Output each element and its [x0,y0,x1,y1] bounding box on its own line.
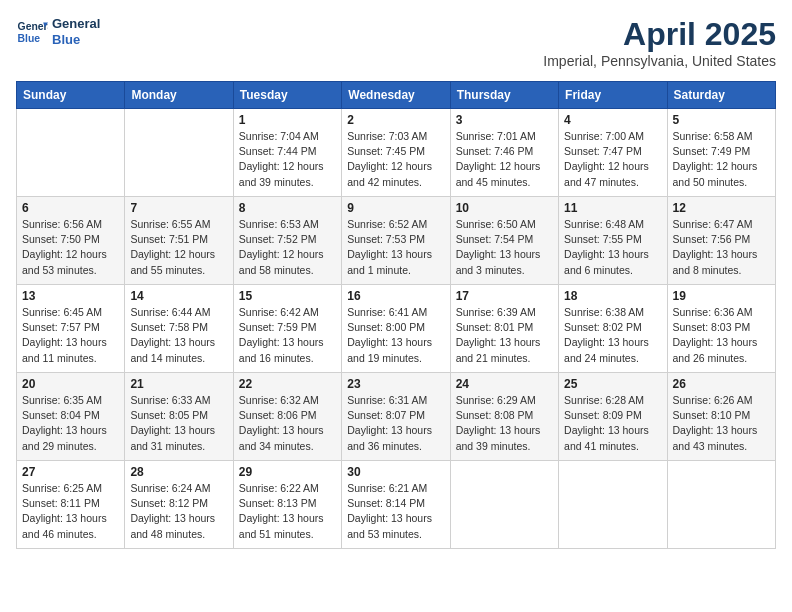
location: Imperial, Pennsylvania, United States [543,53,776,69]
calendar-cell: 28Sunrise: 6:24 AMSunset: 8:12 PMDayligh… [125,461,233,549]
day-number: 20 [22,377,119,391]
logo: General Blue General Blue [16,16,100,48]
logo-icon: General Blue [16,16,48,48]
day-number: 26 [673,377,770,391]
calendar-cell [450,461,558,549]
day-number: 30 [347,465,444,479]
day-number: 1 [239,113,336,127]
calendar-cell: 16Sunrise: 6:41 AMSunset: 8:00 PMDayligh… [342,285,450,373]
calendar-cell: 13Sunrise: 6:45 AMSunset: 7:57 PMDayligh… [17,285,125,373]
calendar-cell: 26Sunrise: 6:26 AMSunset: 8:10 PMDayligh… [667,373,775,461]
day-info: Sunrise: 6:22 AMSunset: 8:13 PMDaylight:… [239,481,336,542]
calendar-cell: 18Sunrise: 6:38 AMSunset: 8:02 PMDayligh… [559,285,667,373]
day-number: 15 [239,289,336,303]
weekday-header-saturday: Saturday [667,82,775,109]
calendar-cell: 24Sunrise: 6:29 AMSunset: 8:08 PMDayligh… [450,373,558,461]
day-info: Sunrise: 6:55 AMSunset: 7:51 PMDaylight:… [130,217,227,278]
calendar-cell: 20Sunrise: 6:35 AMSunset: 8:04 PMDayligh… [17,373,125,461]
day-info: Sunrise: 7:04 AMSunset: 7:44 PMDaylight:… [239,129,336,190]
day-number: 24 [456,377,553,391]
day-info: Sunrise: 6:48 AMSunset: 7:55 PMDaylight:… [564,217,661,278]
week-row-4: 20Sunrise: 6:35 AMSunset: 8:04 PMDayligh… [17,373,776,461]
day-number: 12 [673,201,770,215]
day-number: 14 [130,289,227,303]
day-info: Sunrise: 6:41 AMSunset: 8:00 PMDaylight:… [347,305,444,366]
calendar-cell: 25Sunrise: 6:28 AMSunset: 8:09 PMDayligh… [559,373,667,461]
svg-text:Blue: Blue [18,33,41,44]
day-number: 23 [347,377,444,391]
day-info: Sunrise: 6:21 AMSunset: 8:14 PMDaylight:… [347,481,444,542]
logo-general: General [52,16,100,32]
calendar-cell [17,109,125,197]
day-info: Sunrise: 6:36 AMSunset: 8:03 PMDaylight:… [673,305,770,366]
weekday-header-thursday: Thursday [450,82,558,109]
calendar-cell: 6Sunrise: 6:56 AMSunset: 7:50 PMDaylight… [17,197,125,285]
day-info: Sunrise: 7:00 AMSunset: 7:47 PMDaylight:… [564,129,661,190]
day-info: Sunrise: 7:03 AMSunset: 7:45 PMDaylight:… [347,129,444,190]
day-info: Sunrise: 6:56 AMSunset: 7:50 PMDaylight:… [22,217,119,278]
day-info: Sunrise: 6:24 AMSunset: 8:12 PMDaylight:… [130,481,227,542]
day-number: 8 [239,201,336,215]
week-row-5: 27Sunrise: 6:25 AMSunset: 8:11 PMDayligh… [17,461,776,549]
week-row-2: 6Sunrise: 6:56 AMSunset: 7:50 PMDaylight… [17,197,776,285]
day-info: Sunrise: 6:35 AMSunset: 8:04 PMDaylight:… [22,393,119,454]
day-info: Sunrise: 6:53 AMSunset: 7:52 PMDaylight:… [239,217,336,278]
day-number: 27 [22,465,119,479]
calendar-cell: 21Sunrise: 6:33 AMSunset: 8:05 PMDayligh… [125,373,233,461]
calendar-table: SundayMondayTuesdayWednesdayThursdayFrid… [16,81,776,549]
page-header: General Blue General Blue April 2025 Imp… [16,16,776,69]
day-number: 17 [456,289,553,303]
day-number: 29 [239,465,336,479]
month-year: April 2025 [543,16,776,53]
day-number: 10 [456,201,553,215]
day-number: 3 [456,113,553,127]
calendar-cell: 10Sunrise: 6:50 AMSunset: 7:54 PMDayligh… [450,197,558,285]
calendar-cell: 1Sunrise: 7:04 AMSunset: 7:44 PMDaylight… [233,109,341,197]
calendar-cell: 14Sunrise: 6:44 AMSunset: 7:58 PMDayligh… [125,285,233,373]
calendar-cell: 17Sunrise: 6:39 AMSunset: 8:01 PMDayligh… [450,285,558,373]
weekday-header-friday: Friday [559,82,667,109]
day-number: 18 [564,289,661,303]
weekday-header-sunday: Sunday [17,82,125,109]
calendar-cell: 27Sunrise: 6:25 AMSunset: 8:11 PMDayligh… [17,461,125,549]
calendar-cell [559,461,667,549]
day-info: Sunrise: 6:47 AMSunset: 7:56 PMDaylight:… [673,217,770,278]
calendar-cell: 7Sunrise: 6:55 AMSunset: 7:51 PMDaylight… [125,197,233,285]
calendar-cell: 29Sunrise: 6:22 AMSunset: 8:13 PMDayligh… [233,461,341,549]
day-info: Sunrise: 6:29 AMSunset: 8:08 PMDaylight:… [456,393,553,454]
day-info: Sunrise: 6:45 AMSunset: 7:57 PMDaylight:… [22,305,119,366]
day-info: Sunrise: 6:28 AMSunset: 8:09 PMDaylight:… [564,393,661,454]
day-number: 28 [130,465,227,479]
calendar-cell: 2Sunrise: 7:03 AMSunset: 7:45 PMDaylight… [342,109,450,197]
calendar-cell: 22Sunrise: 6:32 AMSunset: 8:06 PMDayligh… [233,373,341,461]
week-row-1: 1Sunrise: 7:04 AMSunset: 7:44 PMDaylight… [17,109,776,197]
calendar-cell: 5Sunrise: 6:58 AMSunset: 7:49 PMDaylight… [667,109,775,197]
day-number: 13 [22,289,119,303]
calendar-cell: 12Sunrise: 6:47 AMSunset: 7:56 PMDayligh… [667,197,775,285]
day-number: 6 [22,201,119,215]
day-info: Sunrise: 6:42 AMSunset: 7:59 PMDaylight:… [239,305,336,366]
day-number: 5 [673,113,770,127]
day-number: 9 [347,201,444,215]
logo-blue: Blue [52,32,100,48]
header-row: SundayMondayTuesdayWednesdayThursdayFrid… [17,82,776,109]
day-number: 19 [673,289,770,303]
day-info: Sunrise: 7:01 AMSunset: 7:46 PMDaylight:… [456,129,553,190]
day-number: 2 [347,113,444,127]
day-info: Sunrise: 6:44 AMSunset: 7:58 PMDaylight:… [130,305,227,366]
weekday-header-wednesday: Wednesday [342,82,450,109]
calendar-cell: 4Sunrise: 7:00 AMSunset: 7:47 PMDaylight… [559,109,667,197]
weekday-header-tuesday: Tuesday [233,82,341,109]
calendar-cell [125,109,233,197]
day-info: Sunrise: 6:31 AMSunset: 8:07 PMDaylight:… [347,393,444,454]
calendar-cell: 19Sunrise: 6:36 AMSunset: 8:03 PMDayligh… [667,285,775,373]
weekday-header-monday: Monday [125,82,233,109]
day-info: Sunrise: 6:38 AMSunset: 8:02 PMDaylight:… [564,305,661,366]
day-number: 11 [564,201,661,215]
day-info: Sunrise: 6:32 AMSunset: 8:06 PMDaylight:… [239,393,336,454]
calendar-cell: 30Sunrise: 6:21 AMSunset: 8:14 PMDayligh… [342,461,450,549]
day-info: Sunrise: 6:26 AMSunset: 8:10 PMDaylight:… [673,393,770,454]
day-number: 7 [130,201,227,215]
calendar-cell: 9Sunrise: 6:52 AMSunset: 7:53 PMDaylight… [342,197,450,285]
day-number: 4 [564,113,661,127]
